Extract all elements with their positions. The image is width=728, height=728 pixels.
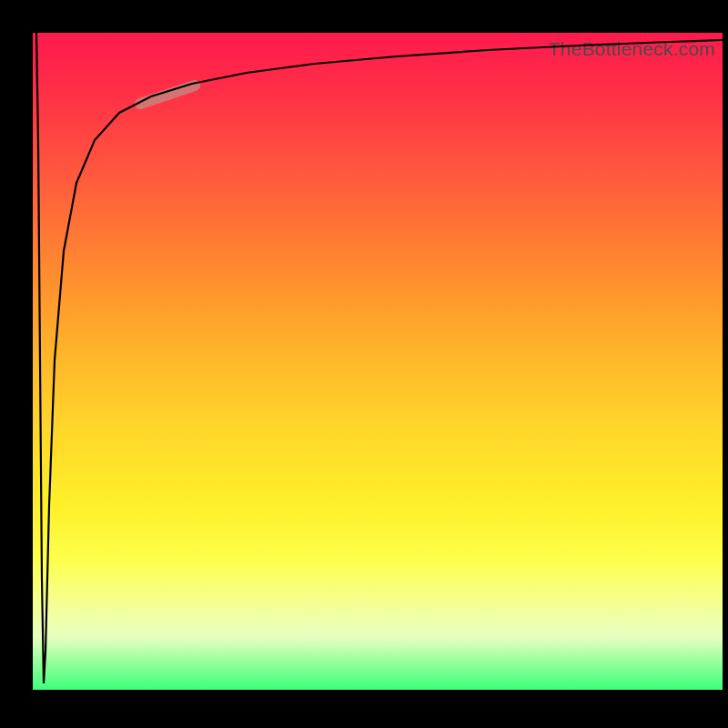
highlight-segment [140,86,195,104]
bottleneck-curve-path [36,33,723,683]
curve-layer [33,33,723,690]
plot-area: TheBottleneck.com [33,33,723,690]
chart-frame: TheBottleneck.com [0,0,728,728]
